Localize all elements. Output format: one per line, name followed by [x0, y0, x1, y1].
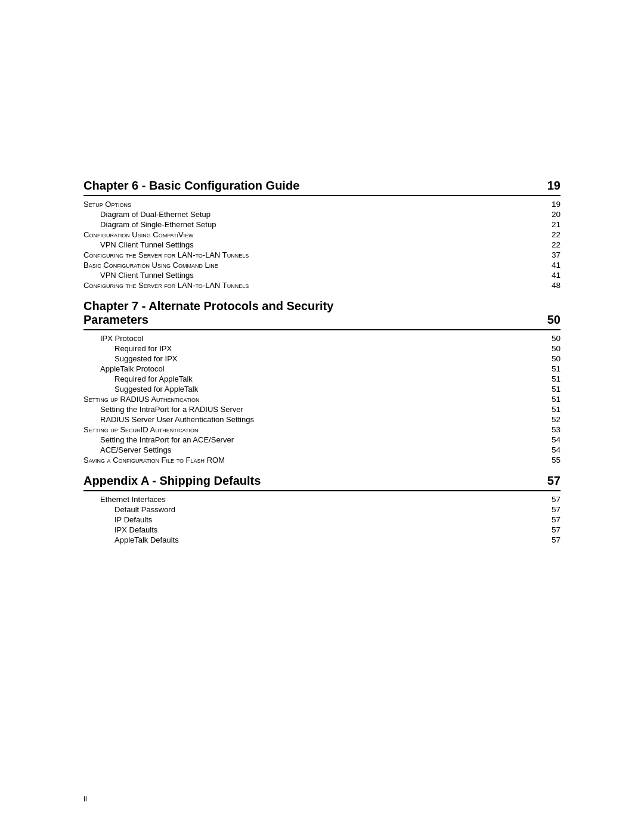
toc-entry-label: Setting up RADIUS Authentication — [83, 395, 537, 404]
toc-entry: Setting up RADIUS Authentication51 — [83, 395, 561, 404]
toc-entry-page: 41 — [537, 261, 561, 270]
toc-entry-page: 54 — [537, 445, 561, 454]
toc-entry-label: Required for IPX — [83, 344, 537, 353]
toc-entry-label: Required for AppleTalk — [83, 374, 537, 383]
toc-entry: Setting up SecurID Authentication53 — [83, 425, 561, 434]
toc-entry-label: ACE/Server Settings — [83, 445, 537, 454]
toc-entry-page: 51 — [537, 385, 561, 394]
appendixa-title: Appendix A - Shipping Defaults — [83, 474, 261, 488]
toc-entry-label: VPN Client Tunnel Settings — [83, 271, 537, 280]
toc-entry-label: Saving a Configuration File to Flash ROM — [83, 456, 537, 465]
toc-entry-page: 50 — [537, 344, 561, 353]
toc-entry-label: RADIUS Server User Authentication Settin… — [83, 415, 537, 424]
toc-entry-page: 19 — [537, 200, 561, 209]
chapter6-entries: Setup Options19Diagram of Dual-Ethernet … — [83, 200, 561, 290]
toc-entry-label: Setting the IntraPort for an ACE/Server — [83, 435, 537, 444]
toc-entry: Default Password57 — [83, 505, 561, 514]
toc-entry: Configuring the Server for LAN-to-LAN Tu… — [83, 250, 561, 259]
toc-entry: Setup Options19 — [83, 200, 561, 209]
toc-entry: IP Defaults57 — [83, 515, 561, 524]
toc-entry: VPN Client Tunnel Settings22 — [83, 240, 561, 249]
toc-entry: IPX Defaults57 — [83, 525, 561, 534]
toc-entry-label: Configuring the Server for LAN-to-LAN Tu… — [83, 281, 537, 290]
page: Chapter 6 - Basic Configuration Guide 19… — [0, 0, 644, 833]
toc-entry-page: 52 — [537, 415, 561, 424]
toc-entry-page: 20 — [537, 210, 561, 219]
toc-entry-page: 57 — [537, 535, 561, 544]
toc-entry-label: IP Defaults — [83, 515, 537, 524]
toc-entry-page: 41 — [537, 271, 561, 280]
toc-entry-label: Setup Options — [83, 200, 537, 209]
top-spacer — [83, 48, 561, 179]
toc-entry-label: IPX Protocol — [83, 334, 537, 343]
toc-entry-page: 55 — [537, 456, 561, 465]
toc-entry: RADIUS Server User Authentication Settin… — [83, 415, 561, 424]
toc-entry-label: VPN Client Tunnel Settings — [83, 240, 537, 249]
toc-entry: Configuration Using CompatiView22 — [83, 230, 561, 239]
toc-entry-page: 57 — [537, 495, 561, 504]
toc-entry: Ethernet Interfaces57 — [83, 495, 561, 504]
chapter6-page: 19 — [547, 179, 561, 193]
toc-entry-page: 53 — [537, 425, 561, 434]
page-footer: ii — [83, 794, 87, 803]
toc-entry: Required for AppleTalk51 — [83, 374, 561, 383]
chapter7-heading: Chapter 7 - Alternate Protocols and Secu… — [83, 299, 561, 330]
toc-entry-page: 22 — [537, 230, 561, 239]
toc-entry: AppleTalk Protocol51 — [83, 364, 561, 373]
toc-entry-label: Setting up SecurID Authentication — [83, 425, 537, 434]
toc-entry: Diagram of Single-Ethernet Setup21 — [83, 220, 561, 229]
toc-entry-label: Basic Configuration Using Command Line — [83, 261, 537, 270]
toc-entry-label: Configuring the Server for LAN-to-LAN Tu… — [83, 250, 537, 259]
appendixa-entries: Ethernet Interfaces57Default Password57I… — [83, 495, 561, 544]
toc-entry-page: 21 — [537, 220, 561, 229]
toc-entry-label: Diagram of Single-Ethernet Setup — [83, 220, 537, 229]
toc-entry: Basic Configuration Using Command Line41 — [83, 261, 561, 270]
toc-entry: ACE/Server Settings54 — [83, 445, 561, 454]
chapter6-section: Chapter 6 - Basic Configuration Guide 19… — [83, 179, 561, 290]
toc-entry-label: Suggested for IPX — [83, 354, 537, 363]
chapter6-heading: Chapter 6 - Basic Configuration Guide 19 — [83, 179, 561, 196]
toc-entry-label: Ethernet Interfaces — [83, 495, 537, 504]
toc-entry-label: IPX Defaults — [83, 525, 537, 534]
toc-entry: Setting the IntraPort for an ACE/Server5… — [83, 435, 561, 444]
toc-entry: AppleTalk Defaults57 — [83, 535, 561, 544]
toc-entry-label: Suggested for AppleTalk — [83, 385, 537, 394]
toc-entry: Saving a Configuration File to Flash ROM… — [83, 456, 561, 465]
appendixa-page: 57 — [547, 474, 561, 488]
chapter7-section: Chapter 7 - Alternate Protocols and Secu… — [83, 299, 561, 465]
toc-entry: Suggested for AppleTalk51 — [83, 385, 561, 394]
toc-entry-page: 51 — [537, 364, 561, 373]
toc-entry-label: AppleTalk Protocol — [83, 364, 537, 373]
toc-entry-page: 48 — [537, 281, 561, 290]
toc-entry-page: 57 — [537, 505, 561, 514]
chapter6-title: Chapter 6 - Basic Configuration Guide — [83, 179, 299, 193]
toc-entry-label: AppleTalk Defaults — [83, 535, 537, 544]
appendixa-heading: Appendix A - Shipping Defaults 57 — [83, 474, 561, 491]
chapter7-title: Chapter 7 - Alternate Protocols and Secu… — [83, 299, 537, 327]
toc-entry: Required for IPX50 — [83, 344, 561, 353]
appendixa-section: Appendix A - Shipping Defaults 57 Ethern… — [83, 474, 561, 544]
toc-entry-page: 51 — [537, 395, 561, 404]
toc-entry-page: 50 — [537, 354, 561, 363]
chapter7-page: 50 — [537, 313, 561, 327]
toc-entry: Setting the IntraPort for a RADIUS Serve… — [83, 405, 561, 414]
toc-entry-page: 37 — [537, 250, 561, 259]
toc-entry-page: 57 — [537, 525, 561, 534]
toc-entry: Suggested for IPX50 — [83, 354, 561, 363]
toc-entry-label: Diagram of Dual-Ethernet Setup — [83, 210, 537, 219]
toc-entry: VPN Client Tunnel Settings41 — [83, 271, 561, 280]
toc-entry-page: 50 — [537, 334, 561, 343]
toc-entry-page: 51 — [537, 405, 561, 414]
toc-entry: Configuring the Server for LAN-to-LAN Tu… — [83, 281, 561, 290]
toc-entry-label: Configuration Using CompatiView — [83, 230, 537, 239]
toc-entry-page: 51 — [537, 374, 561, 383]
toc-entry: Diagram of Dual-Ethernet Setup20 — [83, 210, 561, 219]
toc-entry-page: 57 — [537, 515, 561, 524]
toc-entry-page: 54 — [537, 435, 561, 444]
toc-entry-page: 22 — [537, 240, 561, 249]
toc-entry-label: Default Password — [83, 505, 537, 514]
toc-entry: IPX Protocol50 — [83, 334, 561, 343]
toc-entry-label: Setting the IntraPort for a RADIUS Serve… — [83, 405, 537, 414]
footer-label: ii — [83, 794, 87, 803]
chapter7-entries: IPX Protocol50Required for IPX50Suggeste… — [83, 334, 561, 465]
